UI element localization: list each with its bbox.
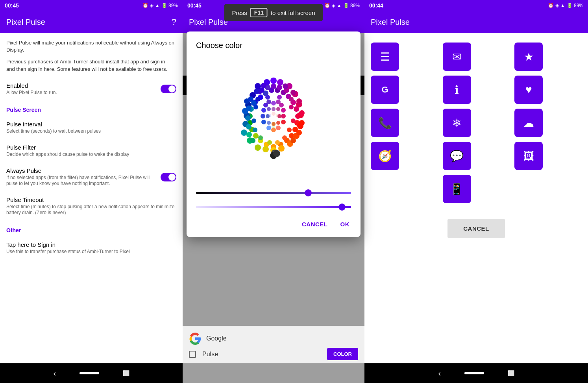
right-time: 00:44 xyxy=(369,2,383,9)
svg-point-39 xyxy=(279,103,284,107)
middle-panel: 00:45 ⏰ ◈ ▲ 🔋 89% Pixel Pulse Press F11 … xyxy=(183,0,364,383)
right-back-button[interactable]: ‹ xyxy=(438,369,441,378)
device-icon: 📱 xyxy=(450,183,464,196)
image-icon: 🖼 xyxy=(523,150,534,163)
right-content: ☰ ✉ ★ G ℹ ♥ 📞 ❄ xyxy=(364,33,588,363)
mid-alarm-icon: ⏰ xyxy=(324,3,330,8)
svg-point-54 xyxy=(255,83,261,89)
right-battery-icon: 🔋 89% xyxy=(567,3,583,8)
svg-point-90 xyxy=(276,107,280,111)
svg-point-2 xyxy=(272,112,276,116)
svg-point-86 xyxy=(258,135,263,140)
recent-button[interactable]: ⬜ xyxy=(123,370,129,376)
svg-point-75 xyxy=(265,95,270,100)
sign-in-setting[interactable]: Tap here to Sign in Use this to transfer… xyxy=(6,237,176,260)
mail-icon: ✉ xyxy=(452,50,461,63)
color-picker-dialog: Choose color // Draw color wheel dots us… xyxy=(187,31,361,237)
dialog-cancel-button[interactable]: CANCEL xyxy=(300,218,329,231)
color-wheel-container[interactable]: // Draw color wheel dots using SVG circl… xyxy=(196,58,351,184)
enabled-setting: Enabled Allow Pixel Pulse to run. xyxy=(6,78,176,101)
enabled-toggle[interactable] xyxy=(161,85,176,93)
app-icon-messages[interactable]: ☰ xyxy=(371,43,399,71)
svg-point-36 xyxy=(271,101,276,105)
saturation-slider-thumb[interactable] xyxy=(338,204,346,211)
google-letter-icon: G xyxy=(381,85,388,95)
google-icon xyxy=(189,332,202,345)
slider-container xyxy=(196,192,351,208)
home-button[interactable] xyxy=(80,372,99,374)
right-alarm-icon: ⏰ xyxy=(548,3,554,8)
svg-point-104 xyxy=(296,98,302,104)
brightness-slider-track[interactable] xyxy=(196,192,351,194)
right-brightness-icon: ◈ xyxy=(555,3,559,8)
middle-status-icons: ⏰ ◈ ▲ 🔋 89% xyxy=(324,3,360,8)
pulse-filter-subtitle: Decide which apps should cause pulse to … xyxy=(6,152,176,158)
svg-point-84 xyxy=(253,128,257,132)
press-label: Press xyxy=(232,9,247,16)
info-icon: ℹ xyxy=(455,83,459,96)
heart-icon: ♥ xyxy=(525,83,532,96)
brightness-slider-thumb[interactable] xyxy=(305,189,312,196)
cloud-icon: ☁ xyxy=(523,117,534,130)
pulse-checkbox[interactable] xyxy=(189,351,196,358)
dialog-ok-button[interactable]: OK xyxy=(339,218,351,231)
enabled-info: Enabled Allow Pixel Pulse to run. xyxy=(6,82,161,96)
wifi-icon: ▲ xyxy=(155,3,160,8)
app-icon-info[interactable]: ℹ xyxy=(443,76,471,104)
svg-point-94 xyxy=(276,121,280,125)
dialog-actions: CANCEL OK xyxy=(196,215,351,231)
back-button[interactable]: ‹ xyxy=(53,369,56,378)
color-button[interactable]: COLOR xyxy=(327,348,358,360)
svg-point-91 xyxy=(277,114,281,118)
help-icon[interactable]: ? xyxy=(172,17,176,27)
svg-point-41 xyxy=(261,108,266,113)
right-recent-button[interactable]: ⬜ xyxy=(508,370,514,376)
svg-point-52 xyxy=(277,79,283,85)
pulse-filter-title: Pulse Filter xyxy=(6,144,176,151)
app-icon-device[interactable]: 📱 xyxy=(443,175,471,203)
pulse-label: Pulse xyxy=(202,351,218,358)
color-wheel[interactable]: // Draw color wheel dots using SVG circl… xyxy=(211,58,337,184)
svg-point-80 xyxy=(289,105,294,109)
svg-point-79 xyxy=(253,105,258,109)
svg-point-95 xyxy=(272,122,276,126)
always-pulse-toggle[interactable] xyxy=(161,173,176,181)
pulse-interval-setting[interactable]: Pulse Interval Select time (seconds) to … xyxy=(6,116,176,139)
saturation-slider-track[interactable] xyxy=(196,206,351,208)
alarm-icon: ⏰ xyxy=(142,3,148,8)
svg-point-33 xyxy=(277,85,282,90)
cancel-button[interactable]: CANCEL xyxy=(447,219,505,238)
pulse-interval-title: Pulse Interval xyxy=(6,121,176,128)
right-status-icons: ⏰ ◈ ▲ 🔋 89% xyxy=(548,3,583,8)
messages-icon: ☰ xyxy=(380,50,390,63)
app-icon-heart[interactable]: ♥ xyxy=(514,76,543,104)
dialog-title: Choose color xyxy=(196,41,351,50)
app-icon-star[interactable]: ★ xyxy=(514,43,543,71)
svg-point-49 xyxy=(271,128,276,132)
svg-point-46 xyxy=(261,114,265,118)
app-icon-cloud[interactable]: ☁ xyxy=(514,109,543,137)
app-icon-phone[interactable]: 📞 xyxy=(371,109,399,137)
always-pulse-title: Always Pulse xyxy=(6,167,161,174)
pulse-timeout-setting[interactable]: Pulse Timeout Select time (minutes) to s… xyxy=(6,192,176,221)
enabled-subtitle: Allow Pixel Pulse to run. xyxy=(6,90,161,96)
svg-point-48 xyxy=(276,126,281,130)
right-bottom-nav: ‹ ⬜ xyxy=(364,363,588,383)
svg-point-81 xyxy=(291,118,296,123)
svg-point-42 xyxy=(281,108,286,113)
app-icon-chat[interactable]: 💬 xyxy=(443,142,471,170)
app-icon-google[interactable]: G xyxy=(371,76,399,104)
svg-point-107 xyxy=(246,132,252,137)
svg-point-47 xyxy=(266,126,271,130)
app-icon-mail[interactable]: ✉ xyxy=(443,43,471,71)
right-status-bar: 00:44 ⏰ ◈ ▲ 🔋 89% xyxy=(364,0,588,11)
app-icon-compass[interactable]: 🧭 xyxy=(371,142,399,170)
svg-point-101 xyxy=(296,130,302,135)
svg-point-110 xyxy=(246,105,251,111)
intro-text-1: Pixel Pulse will make your notifications… xyxy=(6,39,176,54)
app-icon-snowflake[interactable]: ❄ xyxy=(443,109,471,137)
pulse-filter-setting[interactable]: Pulse Filter Decide which apps should ca… xyxy=(6,139,176,163)
app-icon-image[interactable]: 🖼 xyxy=(514,142,543,170)
right-home-button[interactable] xyxy=(464,372,484,374)
cancel-section: CANCEL xyxy=(371,219,582,238)
